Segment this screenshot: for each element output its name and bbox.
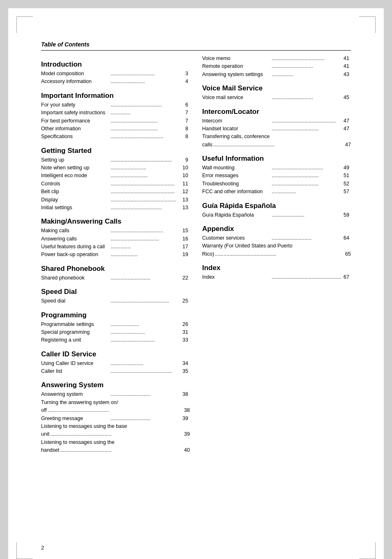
toc-entry: Intercom................................… xyxy=(202,117,351,125)
entry-dots: ................. xyxy=(271,188,341,196)
entry-text: Making calls xyxy=(41,227,110,235)
entry-text: FCC and other information xyxy=(202,188,271,196)
toc-entry-wrap: Listening to messages using the baseunit… xyxy=(41,423,190,439)
entry-page: 15 xyxy=(180,227,188,235)
entry-page: 38 xyxy=(180,390,188,398)
entry-text: Display xyxy=(41,196,110,204)
entry-dots: ......................... xyxy=(110,164,180,172)
entry-page: 64 xyxy=(341,234,349,242)
right-column: Voice memo..............................… xyxy=(202,55,351,454)
entry-text: Specifications xyxy=(41,133,110,141)
entry-page: 52 xyxy=(341,180,349,188)
entry-text: Guía Rápida Española xyxy=(202,211,271,219)
entry-dots: .................... xyxy=(110,321,180,328)
entry-dots: ............................ xyxy=(110,274,180,282)
entry-text: Caller list xyxy=(41,367,110,375)
entry-page: 39 xyxy=(180,415,188,423)
toc-entry: Caller list.............................… xyxy=(41,367,190,375)
toc-entry: Accessory information...................… xyxy=(41,78,190,85)
entry-text-last: unit xyxy=(41,430,49,438)
entry-text: For your safety xyxy=(41,101,110,109)
toc-entry: Display.................................… xyxy=(41,196,190,204)
entry-dots: ........................................… xyxy=(49,430,182,438)
entry-dots: ................................. xyxy=(271,172,341,180)
entry-text-first: Turning the answering system on/ xyxy=(41,399,190,407)
entry-text-first: Warranty (For United States and Puerto xyxy=(202,242,351,250)
entry-page: 3 xyxy=(180,70,188,78)
section-heading: Useful Information xyxy=(202,155,351,163)
entry-dots: ..................................... xyxy=(271,55,341,62)
entry-dots: .............. xyxy=(110,243,180,251)
section-heading: Answering System xyxy=(41,381,190,389)
section-heading: Caller ID Service xyxy=(41,350,190,358)
toc-entry: Initial settings........................… xyxy=(41,204,190,212)
page-number: 2 xyxy=(41,545,44,551)
entry-dots: ................................. xyxy=(110,125,180,133)
entry-text-last: handset xyxy=(41,446,59,454)
content-area: Table of Contents IntroductionModel comp… xyxy=(8,8,384,479)
entry-dots: ............... xyxy=(271,71,341,79)
section-heading: Important Information xyxy=(41,92,190,100)
entry-page: 41 xyxy=(341,55,349,62)
entry-text: Speed dial xyxy=(41,297,110,305)
entry-page: 39 xyxy=(182,430,190,438)
entry-text: Customer services xyxy=(202,234,271,242)
left-column: IntroductionModel composition...........… xyxy=(41,55,190,454)
entry-page: 47 xyxy=(343,141,351,149)
toc-entry: Power back-up operation.................… xyxy=(41,251,190,259)
toc-entry: Shared phonebook........................… xyxy=(41,274,190,282)
toc-entry: Intelligent eco mode....................… xyxy=(41,172,190,180)
entry-page: 13 xyxy=(180,204,188,212)
entry-dots: ............................... xyxy=(110,336,180,344)
entry-page: 25 xyxy=(180,297,188,305)
entry-page: 19 xyxy=(180,251,188,259)
toc-entry: Useful features during a call...........… xyxy=(41,243,190,251)
toc-entry: Customer services.......................… xyxy=(202,234,351,242)
entry-page: 47 xyxy=(341,125,349,133)
entry-dots: ....................... xyxy=(271,211,341,219)
entry-page: 22 xyxy=(180,274,188,282)
entry-page: 12 xyxy=(180,188,188,196)
entry-text: Index xyxy=(202,273,271,281)
entry-text: Controls xyxy=(41,180,110,188)
entry-dots: ............................ xyxy=(271,234,341,242)
entry-text: Answering system settings xyxy=(202,71,271,79)
toc-entry: Belt clip...............................… xyxy=(41,188,190,196)
entry-dots: ....................... xyxy=(110,360,180,367)
entry-dots: .................................... xyxy=(59,446,182,454)
section-heading: Getting Started xyxy=(41,147,190,155)
toc-title: Table of Contents xyxy=(41,41,351,51)
two-column-layout: IntroductionModel composition...........… xyxy=(41,55,351,454)
entry-page: 16 xyxy=(180,235,188,243)
entry-page: 67 xyxy=(341,273,349,281)
toc-entry: Controls................................… xyxy=(41,180,190,188)
entry-dots: ........................................… xyxy=(110,156,180,164)
corner-mark-br xyxy=(359,543,376,559)
entry-page: 38 xyxy=(182,407,190,414)
entry-page: 7 xyxy=(180,117,188,125)
entry-dots: ..................................... xyxy=(110,133,180,141)
entry-dots: ........................................… xyxy=(110,297,180,305)
section-heading: Appendix xyxy=(202,225,351,233)
entry-text: Programmable settings xyxy=(41,321,110,328)
corner-mark-tl xyxy=(16,16,33,33)
entry-page: 31 xyxy=(180,328,188,336)
entry-text-last: off xyxy=(41,407,47,414)
entry-page: 13 xyxy=(180,196,188,204)
entry-page: 45 xyxy=(341,94,349,102)
entry-dots: ........................................… xyxy=(212,141,343,149)
entry-page: 57 xyxy=(341,188,349,196)
entry-dots: ........................................… xyxy=(271,273,341,281)
toc-entry: Guía Rápida Española....................… xyxy=(202,211,351,219)
entry-page: 10 xyxy=(180,164,188,172)
entry-dots: .......................... xyxy=(110,172,180,180)
toc-entry: For your safety.........................… xyxy=(41,101,190,109)
toc-entry: Handset locator.........................… xyxy=(202,125,351,133)
toc-entry: Important safety instructions...........… xyxy=(41,109,190,117)
toc-entry-wrap: Turning the answering system on/off.....… xyxy=(41,399,190,415)
entry-dots: ................................. xyxy=(271,180,341,188)
entry-dots: ..................................... xyxy=(110,227,180,235)
entry-text: Intelligent eco mode xyxy=(41,172,110,180)
entry-page: 41 xyxy=(341,62,349,70)
entry-text: Setting up xyxy=(41,156,110,164)
